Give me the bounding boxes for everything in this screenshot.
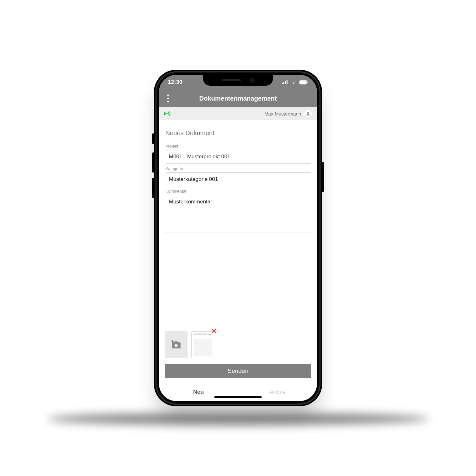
avatar <box>304 110 312 117</box>
svg-rect-5 <box>300 81 307 84</box>
attachment-thumbnail[interactable] <box>191 331 214 358</box>
send-button[interactable]: Senden <box>165 364 311 378</box>
svg-rect-3 <box>287 80 288 84</box>
form-content: Neues Dokument Projekt Kategorie Komment… <box>159 120 317 383</box>
project-label: Projekt <box>165 144 311 149</box>
tab-archive[interactable]: Archiv <box>238 383 317 401</box>
category-field[interactable] <box>165 172 311 186</box>
stage: 12:30 Dokumentenmanagement M <box>0 0 476 476</box>
bottom-tabs: Neu Archiv <box>159 383 317 401</box>
remove-attachment-button[interactable] <box>211 327 217 335</box>
svg-rect-6 <box>307 82 308 83</box>
battery-icon <box>299 80 308 84</box>
page-title: Dokumentenmanagement <box>199 95 277 102</box>
close-icon <box>211 328 217 334</box>
phone-frame: 12:30 Dokumentenmanagement M <box>154 70 322 406</box>
user-area[interactable]: Max Mustermann <box>264 110 312 117</box>
volume-down-button <box>152 178 154 198</box>
person-icon <box>306 111 310 116</box>
comment-field[interactable] <box>165 195 311 233</box>
screen: 12:30 Dokumentenmanagement M <box>159 75 317 401</box>
front-camera <box>250 78 254 82</box>
svg-point-9 <box>175 344 178 347</box>
app-header: Dokumentenmanagement <box>159 89 317 107</box>
tab-new[interactable]: Neu <box>159 383 238 401</box>
svg-rect-2 <box>285 81 286 84</box>
svg-rect-0 <box>282 83 283 84</box>
svg-point-7 <box>167 113 168 114</box>
sub-status-strip: Max Mustermann <box>159 107 317 120</box>
silence-switch <box>152 133 154 144</box>
wifi-icon <box>291 80 297 84</box>
status-right <box>282 80 308 84</box>
home-indicator[interactable] <box>214 396 262 398</box>
add-camera-icon <box>171 340 182 349</box>
project-field[interactable] <box>165 150 311 164</box>
speaker <box>222 79 241 81</box>
notch <box>203 75 273 86</box>
attachments-row <box>165 325 311 358</box>
broadcast-icon <box>163 111 171 116</box>
power-button <box>322 162 324 192</box>
more-menu-button[interactable] <box>165 92 171 105</box>
comment-label: Kommentar <box>165 189 311 194</box>
category-label: Kategorie <box>165 166 311 171</box>
section-title: Neues Dokument <box>165 129 311 137</box>
volume-up-button <box>152 152 154 173</box>
svg-point-8 <box>307 112 309 114</box>
add-photo-button[interactable] <box>165 331 188 358</box>
user-name: Max Mustermann <box>264 111 301 116</box>
cellular-icon <box>282 80 288 84</box>
svg-rect-1 <box>283 82 284 84</box>
status-time: 12:30 <box>168 79 182 85</box>
